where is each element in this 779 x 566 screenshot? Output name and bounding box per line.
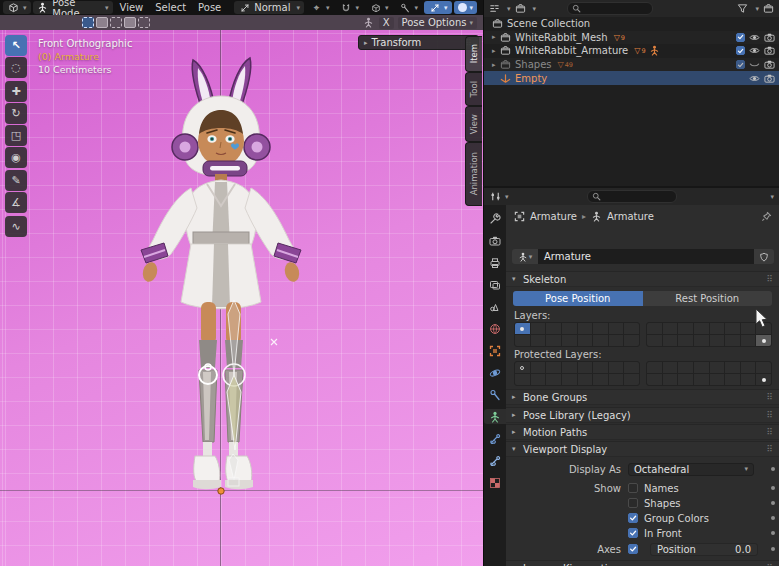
mode-dropdown[interactable]: Pose Mode ▾ xyxy=(33,1,113,14)
tab-physics[interactable] xyxy=(486,365,504,380)
tab-item[interactable]: Item xyxy=(465,36,482,72)
grip-icon[interactable]: ⠿ xyxy=(766,427,774,437)
eye-icon[interactable] xyxy=(749,32,760,43)
editor-type-button[interactable]: ▾ xyxy=(3,1,31,14)
animate-dot[interactable] xyxy=(771,501,775,505)
eye-icon[interactable] xyxy=(749,73,760,84)
properties-search-input[interactable] xyxy=(587,190,677,203)
layer-cell[interactable] xyxy=(515,323,530,334)
layer-cell[interactable] xyxy=(694,323,709,334)
layer-cell[interactable] xyxy=(593,374,608,385)
tab-view[interactable]: View xyxy=(465,106,482,142)
tab-object[interactable] xyxy=(486,343,504,358)
select-mode-extend[interactable] xyxy=(96,17,108,28)
eye-icon[interactable] xyxy=(749,45,760,56)
pin-icon[interactable] xyxy=(761,211,772,222)
tab-scene[interactable] xyxy=(486,299,504,314)
select-mode-intersect[interactable] xyxy=(138,17,150,28)
axes-checkbox[interactable] xyxy=(628,544,638,554)
layer-cell[interactable] xyxy=(546,335,561,346)
layer-cell[interactable] xyxy=(647,362,662,373)
camera-icon[interactable] xyxy=(764,32,775,43)
disclosure-icon[interactable]: ▸ xyxy=(492,47,500,55)
properties-editor-icon[interactable] xyxy=(489,190,502,203)
exclude-checkbox[interactable] xyxy=(736,60,745,69)
tool-pose-breakdowner[interactable]: ∿ xyxy=(5,216,27,237)
tab-bone[interactable] xyxy=(486,431,504,446)
layer-cell[interactable] xyxy=(546,323,561,334)
layer-cell[interactable] xyxy=(531,335,546,346)
layer-cell[interactable] xyxy=(710,374,725,385)
show-overlays-toggle[interactable]: ▾ xyxy=(454,1,478,14)
tool-measure[interactable]: ∡ xyxy=(5,192,27,213)
outliner-row-whiterabbit-armature[interactable]: ▸ WhiteRabbit_Armature ▽9 xyxy=(484,44,779,58)
new-collection-button[interactable] xyxy=(762,2,775,15)
layer-cell[interactable] xyxy=(609,362,624,373)
layer-cell[interactable] xyxy=(562,323,577,334)
display-mode-dropdown[interactable] xyxy=(488,2,501,15)
tab-world[interactable] xyxy=(486,321,504,336)
layer-cell[interactable] xyxy=(725,362,740,373)
tab-bone-constraints[interactable] xyxy=(486,453,504,468)
layer-cell[interactable] xyxy=(663,335,678,346)
pivot-point-dropdown[interactable]: ⌖▾ xyxy=(306,1,334,14)
layer-cell[interactable] xyxy=(531,374,546,385)
layer-cell[interactable] xyxy=(647,323,662,334)
layer-cell[interactable] xyxy=(593,362,608,373)
layer-cell[interactable] xyxy=(741,335,756,346)
layer-cell[interactable] xyxy=(546,374,561,385)
menu-pose[interactable]: Pose xyxy=(193,1,226,14)
transform-orientation-dropdown[interactable]: Normal ▾ xyxy=(234,1,304,14)
outliner-search-input[interactable] xyxy=(567,2,653,15)
layer-cell[interactable] xyxy=(531,362,546,373)
tool-cursor[interactable]: ◌ xyxy=(5,57,27,78)
fake-user-button[interactable] xyxy=(754,249,774,264)
outliner-row-whiterabbit-mesh[interactable]: ▸ WhiteRabbit_Mesh ▽9 xyxy=(484,31,779,45)
layer-cell[interactable] xyxy=(515,335,530,346)
datablock-type-dropdown[interactable]: ▾ xyxy=(512,249,538,264)
tab-object-data-armature[interactable] xyxy=(484,409,506,424)
grip-icon[interactable]: ⠿ xyxy=(766,444,774,454)
layer-cell[interactable] xyxy=(624,323,639,334)
mirror-x-toggle[interactable]: X xyxy=(379,17,394,29)
camera-icon[interactable] xyxy=(764,45,775,56)
tool-select-box[interactable]: ↖ xyxy=(5,35,27,56)
grip-icon[interactable]: ⠿ xyxy=(766,410,774,420)
layer-cell[interactable] xyxy=(756,362,771,373)
outliner-row-shapes[interactable]: ▸ Shapes ▽49 xyxy=(484,58,779,72)
datablock-name-input[interactable]: Armature xyxy=(538,249,754,264)
panel-inverse-kinematics[interactable]: ▸Inverse Kinematics⠿ xyxy=(506,560,779,566)
layer-cell[interactable] xyxy=(694,335,709,346)
animate-dot[interactable] xyxy=(771,516,775,520)
layer-cell[interactable] xyxy=(578,323,593,334)
tool-move[interactable]: ✚ xyxy=(5,81,27,102)
select-mode-set[interactable] xyxy=(82,17,94,28)
layer-cell[interactable] xyxy=(578,374,593,385)
pose-position-button[interactable]: Pose Position xyxy=(513,291,643,306)
tool-rotate[interactable]: ↻ xyxy=(5,103,27,124)
layer-cell[interactable] xyxy=(678,362,693,373)
panel-bone-groups[interactable]: ▸Bone Groups⠿ xyxy=(506,389,779,405)
layer-cell[interactable] xyxy=(515,362,530,373)
animate-dot[interactable] xyxy=(771,547,775,551)
layer-cell[interactable] xyxy=(663,323,678,334)
select-mode-subtract[interactable] xyxy=(110,17,122,28)
layer-cell[interactable] xyxy=(546,362,561,373)
layer-cell[interactable] xyxy=(694,374,709,385)
npanel-transform-header[interactable]: ▸ Transform ⠿ xyxy=(358,35,479,50)
tab-tool[interactable]: Tool xyxy=(465,72,482,106)
layer-cell[interactable] xyxy=(710,362,725,373)
layer-cell[interactable] xyxy=(578,362,593,373)
chevron-down-icon[interactable]: ▾ xyxy=(770,193,774,201)
eye-closed-icon[interactable] xyxy=(749,59,760,70)
proportional-editing-dropdown[interactable]: ▾ xyxy=(395,1,423,14)
snap-toggle[interactable]: ▾ xyxy=(335,1,363,14)
grip-icon[interactable]: ⠿ xyxy=(766,274,774,284)
breadcrumb-object[interactable]: Armature xyxy=(530,211,577,222)
tab-render[interactable] xyxy=(486,233,504,248)
layer-cell[interactable] xyxy=(678,374,693,385)
layer-cell[interactable] xyxy=(609,323,624,334)
animate-dot[interactable] xyxy=(771,531,775,535)
layer-cell[interactable] xyxy=(725,323,740,334)
layer-cell[interactable] xyxy=(663,362,678,373)
